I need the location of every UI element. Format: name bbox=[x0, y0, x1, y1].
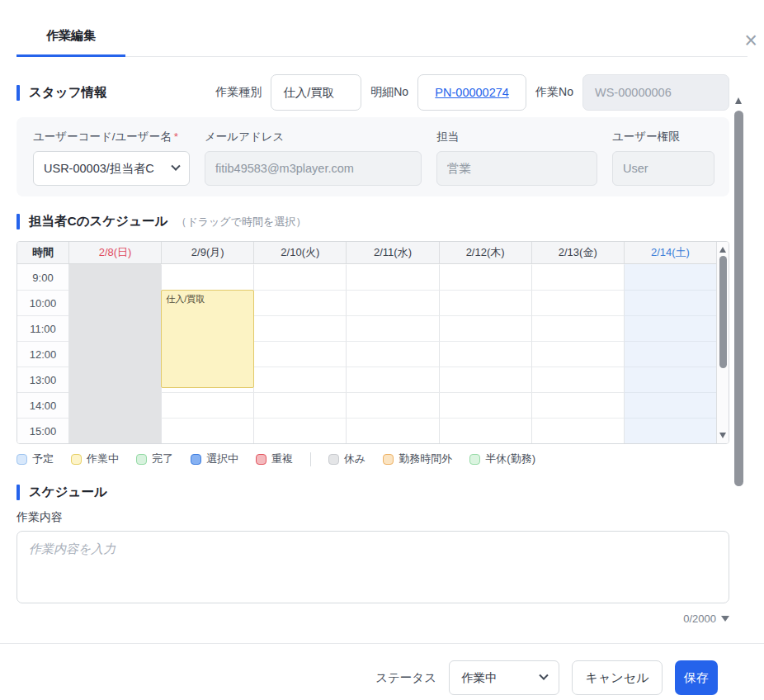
schedule-cell[interactable] bbox=[161, 392, 253, 418]
schedule-cell[interactable] bbox=[624, 264, 716, 290]
schedule-cell[interactable] bbox=[161, 264, 253, 290]
schedule-cell[interactable] bbox=[531, 367, 624, 392]
scrollbar-up-icon[interactable] bbox=[719, 247, 726, 253]
email-label: メールアドレス bbox=[205, 130, 422, 144]
schedule-cell[interactable] bbox=[624, 392, 716, 418]
schedule-cell[interactable] bbox=[346, 367, 438, 392]
schedule-row: 10:00 bbox=[17, 290, 716, 315]
save-button[interactable]: 保存 bbox=[675, 660, 718, 695]
day-header: 2/10(火) bbox=[253, 242, 346, 263]
tab-work-edit[interactable]: 作業編集 bbox=[17, 28, 125, 57]
schedule-cell[interactable] bbox=[253, 264, 346, 290]
schedule-cell[interactable] bbox=[346, 264, 438, 290]
work-no-label: 作業No bbox=[535, 85, 573, 100]
schedule-cell[interactable] bbox=[439, 392, 531, 418]
schedule-legend: 予定作業中完了選択中重複休み勤務時間外半休(勤務) bbox=[17, 452, 729, 466]
schedule-cell[interactable] bbox=[439, 367, 531, 392]
footer: ステータス 作業中 キャンセル 保存 bbox=[17, 644, 729, 695]
role-value: User bbox=[623, 162, 648, 175]
schedule-cell[interactable] bbox=[68, 341, 161, 367]
day-header: 2/11(水) bbox=[346, 242, 438, 263]
schedule-cell[interactable] bbox=[531, 315, 624, 341]
close-icon[interactable]: × bbox=[744, 30, 757, 52]
schedule-cell[interactable] bbox=[68, 264, 161, 290]
schedule-row: 13:00 bbox=[17, 367, 716, 392]
schedule-cell[interactable] bbox=[439, 341, 531, 367]
legend-label: 勤務時間外 bbox=[399, 452, 452, 466]
status-select[interactable]: 作業中 bbox=[449, 660, 559, 695]
scrollbar-up-icon[interactable] bbox=[735, 97, 742, 104]
section-accent-bar bbox=[17, 485, 20, 500]
schedule-cell[interactable] bbox=[253, 418, 346, 443]
schedule-event[interactable]: 仕入/買取 bbox=[161, 290, 254, 388]
scrollbar-thumb[interactable] bbox=[719, 256, 727, 368]
schedule-cell[interactable] bbox=[68, 315, 161, 341]
legend-swatch bbox=[71, 454, 82, 465]
assignment-label: 担当 bbox=[436, 130, 597, 144]
schedule-cell[interactable] bbox=[531, 290, 624, 315]
modal-scrollbar[interactable] bbox=[733, 91, 744, 700]
status-value: 作業中 bbox=[461, 670, 498, 686]
detail-no-link[interactable]: PN-00000274 bbox=[435, 86, 509, 99]
user-code-field: ユーザーコード/ユーザー名* USR-00003/担当者C bbox=[33, 130, 190, 196]
schedule-cell[interactable] bbox=[624, 315, 716, 341]
user-code-select[interactable]: USR-00003/担当者C bbox=[33, 151, 190, 186]
status-label: ステータス bbox=[375, 670, 436, 686]
schedule-cell[interactable] bbox=[68, 367, 161, 392]
detail-no-label: 明細No bbox=[370, 85, 408, 100]
schedule-cell[interactable] bbox=[531, 341, 624, 367]
staff-title-text: スタッフ情報 bbox=[29, 84, 106, 102]
legend-item: 完了 bbox=[136, 452, 173, 466]
schedule-cell[interactable] bbox=[346, 341, 438, 367]
work-content-input[interactable] bbox=[17, 531, 729, 603]
schedule-cell[interactable] bbox=[253, 367, 346, 392]
schedule-cell[interactable] bbox=[68, 392, 161, 418]
schedule-cell[interactable] bbox=[346, 418, 438, 443]
schedule-cell[interactable] bbox=[253, 315, 346, 341]
legend-item: 半休(勤務) bbox=[469, 452, 535, 466]
schedule-row: 12:00 bbox=[17, 341, 716, 367]
legend-label: 作業中 bbox=[87, 452, 119, 466]
schedule-cell[interactable] bbox=[439, 418, 531, 443]
modal-scrollbar-thumb[interactable] bbox=[734, 111, 743, 486]
time-label: 14:00 bbox=[17, 392, 68, 418]
schedule-cell[interactable] bbox=[624, 341, 716, 367]
schedule-cell[interactable] bbox=[531, 392, 624, 418]
char-counter: 0/2000 bbox=[683, 612, 716, 625]
legend-label: 完了 bbox=[152, 452, 173, 466]
role-input: User bbox=[612, 151, 714, 186]
legend-swatch bbox=[469, 454, 480, 465]
scroll-down-icon[interactable] bbox=[721, 616, 729, 622]
scrollbar-down-icon[interactable] bbox=[719, 433, 726, 438]
schedule-cell[interactable] bbox=[439, 264, 531, 290]
schedule-section-header: 担当者Cのスケジュール （ドラッグで時間を選択） bbox=[17, 213, 729, 230]
schedule-grid-body: 9:0010:0011:0012:0013:0014:0015:00仕入/買取 bbox=[17, 264, 716, 443]
schedule-cell[interactable] bbox=[253, 392, 346, 418]
schedule-cell[interactable] bbox=[68, 290, 161, 315]
cancel-button[interactable]: キャンセル bbox=[572, 660, 663, 695]
schedule-cell[interactable] bbox=[68, 418, 161, 443]
schedule-hint: （ドラッグで時間を選択） bbox=[176, 215, 306, 229]
legend-divider bbox=[310, 452, 311, 466]
legend-item: 重複 bbox=[256, 452, 293, 466]
schedule-cell[interactable] bbox=[346, 392, 438, 418]
work-title-text: スケジュール bbox=[29, 484, 107, 501]
schedule-cell[interactable] bbox=[624, 367, 716, 392]
schedule-cell[interactable] bbox=[624, 290, 716, 315]
schedule-cell[interactable] bbox=[531, 418, 624, 443]
chevron-down-icon bbox=[539, 671, 548, 680]
schedule-cell[interactable] bbox=[439, 290, 531, 315]
time-label: 15:00 bbox=[17, 418, 68, 443]
schedule-cell[interactable] bbox=[346, 290, 438, 315]
schedule-cell[interactable] bbox=[161, 418, 253, 443]
schedule-cell[interactable] bbox=[531, 264, 624, 290]
schedule-cell[interactable] bbox=[439, 315, 531, 341]
schedule-grid-scrollbar[interactable] bbox=[716, 242, 729, 443]
work-no-value: WS-00000006 bbox=[582, 74, 729, 111]
schedule-cell[interactable] bbox=[253, 341, 346, 367]
schedule-cell[interactable] bbox=[346, 315, 438, 341]
schedule-cell[interactable] bbox=[624, 418, 716, 443]
staff-info-panel: ユーザーコード/ユーザー名* USR-00003/担当者C メールアドレス fi… bbox=[17, 117, 729, 196]
schedule-cell[interactable] bbox=[253, 290, 346, 315]
legend-swatch bbox=[17, 454, 27, 465]
